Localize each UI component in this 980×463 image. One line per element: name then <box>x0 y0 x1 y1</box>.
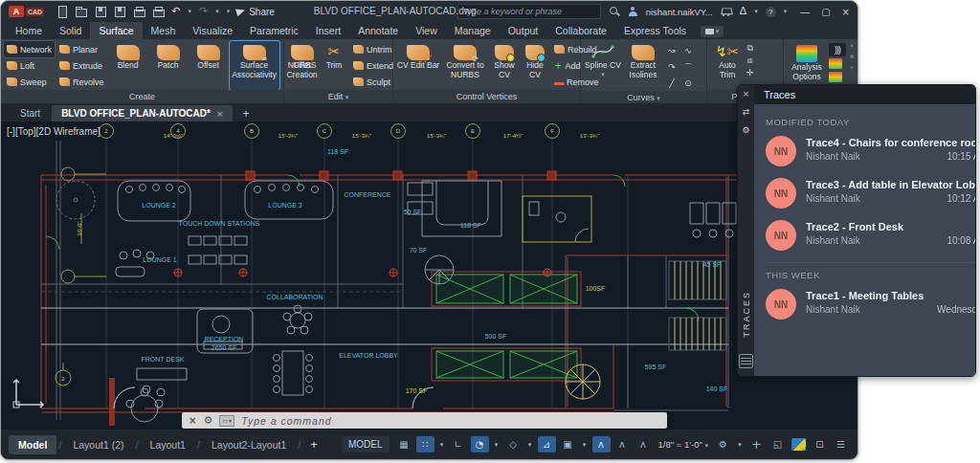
trace-item[interactable]: NN Trace3 - Add table in Elevator Lobby … <box>766 178 976 209</box>
extend-button[interactable]: Extend <box>350 57 396 74</box>
tab-current-drawing[interactable]: BLVD OFFICE_PLAN-AUTOCAD*× <box>52 105 233 121</box>
surface-associativity-button[interactable]: ∞SurfaceAssociativity <box>230 41 279 90</box>
extrude-button[interactable]: Extrude <box>56 57 107 74</box>
sweep-button[interactable]: Sweep <box>4 74 55 90</box>
edge-mid-icon[interactable]: ▪ <box>850 53 855 60</box>
curvature-analysis-icon[interactable] <box>829 58 842 69</box>
print-icon[interactable] <box>152 6 164 17</box>
ortho-mode-icon[interactable]: ∟ <box>450 436 468 452</box>
graphics-performance-icon[interactable] <box>790 436 808 452</box>
model-space-button[interactable]: MODEL <box>342 436 390 452</box>
extract-isolines-button[interactable]: ExtractIsolines <box>624 41 662 91</box>
object-snap-tracking-icon[interactable]: ⊿ <box>538 436 556 452</box>
new-layout-button[interactable]: + <box>302 437 325 452</box>
close-button[interactable]: × <box>842 7 850 17</box>
new-file-icon[interactable] <box>56 6 68 17</box>
tab-manage[interactable]: Manage <box>446 22 500 39</box>
isolate-objects-icon[interactable]: ◱ <box>768 436 787 452</box>
sculpt-button[interactable]: Sculpt <box>350 74 396 90</box>
undo-caret-icon[interactable]: ▾ <box>188 8 191 15</box>
offset-button[interactable]: Offset <box>189 41 228 90</box>
iso-caret-icon[interactable]: ▾ <box>525 436 535 452</box>
tab-annotate[interactable]: Annotate <box>349 22 407 39</box>
tab-visualize[interactable]: Visualize <box>184 22 241 39</box>
save-as-icon[interactable] <box>114 6 125 17</box>
edge-down-icon[interactable]: ▾ <box>850 64 854 72</box>
hide-cv-button[interactable]: HideCV <box>521 41 549 90</box>
command-prompt[interactable]: Type a command <box>241 415 331 427</box>
layout-tab-layout2-layout1[interactable]: Layout2-Layout1 <box>202 435 296 454</box>
palette-close-icon[interactable]: × <box>743 89 750 99</box>
untrim-button[interactable]: Untrim <box>350 41 396 57</box>
curve-tool-icon[interactable]: ⌒ <box>680 59 696 75</box>
close-drawing-icon[interactable]: × <box>216 109 224 119</box>
recent-commands-icon[interactable]: ▭▾ <box>219 415 234 427</box>
loft-button[interactable]: Loft <box>4 57 55 74</box>
trace-title[interactable]: Trace2 - Front Desk <box>806 221 976 232</box>
patch-button[interactable]: Patch <box>149 41 188 90</box>
create-panel-label[interactable]: Create <box>1 90 283 103</box>
annotation-visibility-icon[interactable]: ʌ <box>592 436 611 452</box>
undo-icon[interactable]: ↶ <box>171 6 180 17</box>
isometric-drafting-icon[interactable]: ◇ <box>504 436 523 452</box>
tab-home[interactable]: Home <box>7 22 51 39</box>
status-menu-icon[interactable]: ☰ <box>832 436 850 452</box>
minimize-button[interactable]: — <box>800 7 810 17</box>
layout-tab-layout1-2[interactable]: Layout1 (2) <box>63 435 133 454</box>
redo-icon[interactable]: ↷ <box>199 6 208 17</box>
annotation-scale-icon[interactable]: ʌ <box>635 436 653 452</box>
help-caret-icon[interactable]: ▾ <box>784 8 788 15</box>
autodesk-caret-icon[interactable]: ▾ <box>754 8 758 15</box>
curve-tool-icon[interactable]: ↷ <box>664 59 679 75</box>
curves-panel-label[interactable]: Curves ▾ <box>581 91 706 103</box>
redo-caret-icon[interactable]: ▾ <box>215 8 219 15</box>
palette-autohide-icon[interactable]: ⇄ <box>743 107 750 117</box>
auto-trim-button[interactable]: ↯✂AutoTrim <box>710 41 745 90</box>
polar-caret-icon[interactable]: ▾ <box>492 436 501 452</box>
trim-button[interactable]: ✂Trim <box>320 41 348 90</box>
new-drawing-tab-button[interactable]: + <box>234 106 256 121</box>
tab-surface[interactable]: Surface <box>90 22 142 39</box>
clean-screen-icon[interactable]: ⊡ <box>811 436 829 452</box>
curve-tool-icon[interactable]: ↝ <box>664 43 679 58</box>
planar-button[interactable]: Planar <box>56 41 107 57</box>
help-icon[interactable]: ? <box>766 7 776 17</box>
show-cv-button[interactable]: ShowCV <box>490 41 519 90</box>
ribbon-display-toggle[interactable]: ▾ <box>701 26 724 37</box>
plot-icon[interactable] <box>133 6 145 17</box>
open-file-icon[interactable] <box>76 6 87 17</box>
traces-vertical-label[interactable]: TRACES <box>742 291 751 338</box>
edit-panel-label[interactable]: Edit ▾ <box>284 90 392 103</box>
user-avatar-icon[interactable] <box>628 7 638 17</box>
workspace-caret-icon[interactable]: ▾ <box>735 436 745 452</box>
trace-title[interactable]: Trace1 - Meeting Tables <box>806 290 976 301</box>
palette-properties-gear-icon[interactable]: ⚙ <box>742 125 749 135</box>
curve-tool-icon[interactable]: ⊙ <box>680 76 696 91</box>
object-snap-icon[interactable]: ▣ <box>559 436 577 452</box>
qat-customize-caret-icon[interactable]: ▾ <box>227 8 231 15</box>
layout-tab-model[interactable]: Model <box>9 435 56 454</box>
network-button[interactable]: Network <box>4 41 55 57</box>
tab-collaborate[interactable]: Collaborate <box>546 22 615 39</box>
tab-start[interactable]: Start <box>11 105 50 121</box>
cv-edit-bar-button[interactable]: ⋰CV Edit Bar <box>396 41 440 90</box>
search-input[interactable] <box>457 4 601 19</box>
trace-item[interactable]: NN Trace1 - Meeting Tables Nishant NaikW… <box>766 289 976 320</box>
osnap-caret-icon[interactable]: ▾ <box>580 436 590 452</box>
autocad-logo[interactable]: A CAD <box>9 6 44 17</box>
project-tool-icon[interactable]: ⧈ <box>746 55 754 66</box>
tab-parametric[interactable]: Parametric <box>241 22 307 39</box>
zebra-analysis-icon[interactable]: ))) <box>829 43 846 56</box>
palette-anchor-icon[interactable] <box>739 354 753 368</box>
maximize-button[interactable]: ▢ <box>821 7 830 17</box>
trace-title[interactable]: Trace4 - Chairs for conference room <box>806 137 976 148</box>
app-store-cart-icon[interactable] <box>721 7 732 16</box>
convert-to-nurbs-button[interactable]: ⟳Convert toNURBS <box>442 41 488 90</box>
share-button[interactable]: Share <box>236 7 275 17</box>
layout-tab-layout1[interactable]: Layout1 <box>141 435 195 454</box>
blend-button[interactable]: Blend <box>109 41 147 90</box>
trace-title[interactable]: Trace3 - Add table in Elevator Lobby <box>806 179 976 190</box>
command-close-icon[interactable]: × <box>189 415 196 426</box>
annotation-scale-value[interactable]: 1/8" = 1'-0" ▾ <box>656 439 711 450</box>
snap-caret-icon[interactable]: ▾ <box>437 436 447 452</box>
